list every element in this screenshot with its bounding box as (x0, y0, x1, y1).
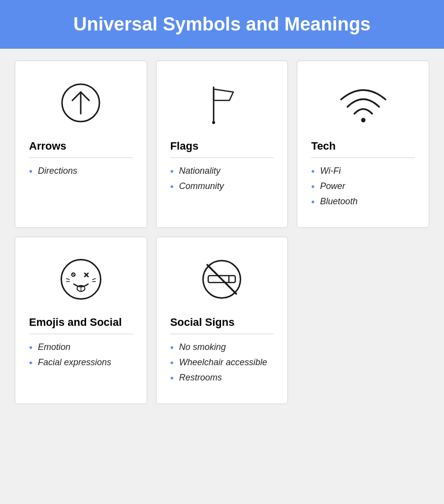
list-item: Directions (29, 166, 133, 176)
svg-point-3 (212, 121, 215, 124)
list-item: Power (311, 181, 415, 191)
flag-icon (170, 76, 274, 130)
list-item: Community (170, 181, 274, 191)
card-flags: Flags Nationality Community (156, 61, 288, 228)
arrow-icon (29, 76, 133, 130)
flags-title: Flags (170, 140, 274, 153)
svg-point-4 (361, 118, 365, 123)
social-signs-list: No smoking Wheelchair accessible Restroo… (170, 342, 274, 383)
tech-list: Wi-Fi Power Bluetooth (311, 166, 415, 207)
social-signs-title: Social Signs (170, 316, 274, 329)
flags-list: Nationality Community (170, 166, 274, 191)
tech-title: Tech (311, 140, 415, 153)
list-item: Bluetooth (311, 196, 415, 207)
page-header: Universal Symbols and Meanings (0, 0, 444, 49)
list-item: Emotion (29, 342, 133, 352)
card-arrows: Arrows Directions (15, 61, 147, 228)
bottom-row: Emojis and Social Emotion Facial express… (15, 237, 429, 404)
list-item: Wi-Fi (311, 166, 415, 176)
svg-line-7 (72, 274, 74, 276)
arrows-list: Directions (29, 166, 133, 176)
list-item: Facial expressions (29, 357, 133, 368)
nosmoking-icon (170, 252, 274, 306)
svg-line-15 (207, 265, 236, 294)
emoji-icon (29, 252, 133, 306)
svg-point-5 (61, 259, 100, 299)
list-item: Restrooms (170, 373, 274, 383)
card-social-signs: Social Signs No smoking Wheelchair acces… (156, 237, 288, 404)
list-item: No smoking (170, 342, 274, 352)
card-emojis: Emojis and Social Emotion Facial express… (15, 237, 147, 404)
wifi-icon (311, 76, 415, 130)
list-item: Wheelchair accessible (170, 357, 274, 368)
list-item: Nationality (170, 166, 274, 176)
emojis-list: Emotion Facial expressions (29, 342, 133, 368)
emojis-title: Emojis and Social (29, 316, 133, 329)
main-grid: Arrows Directions Flags Nationality Comm… (0, 49, 444, 416)
arrows-title: Arrows (29, 140, 133, 153)
card-tech: Tech Wi-Fi Power Bluetooth (297, 61, 429, 228)
page-title: Universal Symbols and Meanings (10, 14, 434, 35)
